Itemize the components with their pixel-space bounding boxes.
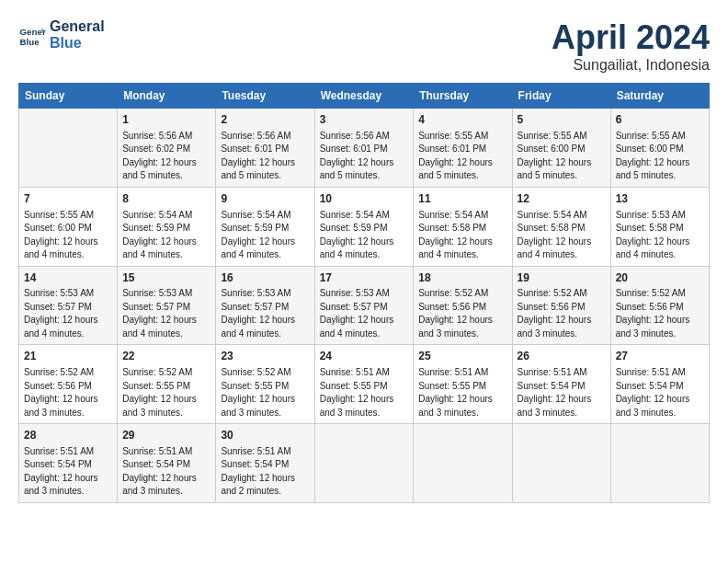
day-info: Sunrise: 5:52 AM Sunset: 5:56 PM Dayligh… <box>616 287 704 340</box>
day-info: Sunrise: 5:51 AM Sunset: 5:55 PM Dayligh… <box>320 366 409 419</box>
col-header-thursday: Thursday <box>414 84 512 109</box>
day-info: Sunrise: 5:51 AM Sunset: 5:54 PM Dayligh… <box>122 445 210 499</box>
day-number: 21 <box>24 349 112 364</box>
calendar-cell: 30Sunrise: 5:51 AM Sunset: 5:54 PM Dayli… <box>216 424 314 503</box>
location-subtitle: Sungailiat, Indonesia <box>552 57 710 74</box>
calendar-cell: 24Sunrise: 5:51 AM Sunset: 5:55 PM Dayli… <box>314 345 414 424</box>
calendar-cell: 7Sunrise: 5:55 AM Sunset: 6:00 PM Daylig… <box>19 187 118 266</box>
day-number: 6 <box>616 112 704 128</box>
day-info: Sunrise: 5:56 AM Sunset: 6:01 PM Dayligh… <box>320 130 409 183</box>
day-number: 22 <box>122 349 210 364</box>
day-number: 20 <box>616 270 704 286</box>
calendar-cell: 2Sunrise: 5:56 AM Sunset: 6:01 PM Daylig… <box>216 109 314 188</box>
day-number: 25 <box>418 349 506 364</box>
day-number: 29 <box>122 428 210 443</box>
day-number: 10 <box>320 191 409 207</box>
day-number: 19 <box>518 270 606 286</box>
calendar-cell: 11Sunrise: 5:54 AM Sunset: 5:58 PM Dayli… <box>414 187 512 266</box>
day-number: 26 <box>518 349 606 364</box>
logo-line2: Blue <box>50 35 105 52</box>
week-row-5: 28Sunrise: 5:51 AM Sunset: 5:54 PM Dayli… <box>19 424 710 503</box>
week-row-3: 14Sunrise: 5:53 AM Sunset: 5:57 PM Dayli… <box>19 266 710 345</box>
svg-text:Blue: Blue <box>20 36 40 46</box>
calendar-cell: 19Sunrise: 5:52 AM Sunset: 5:56 PM Dayli… <box>512 266 610 345</box>
col-header-sunday: Sunday <box>19 84 118 109</box>
calendar-cell: 21Sunrise: 5:52 AM Sunset: 5:56 PM Dayli… <box>19 345 118 424</box>
calendar-cell: 17Sunrise: 5:53 AM Sunset: 5:57 PM Dayli… <box>314 266 414 345</box>
day-info: Sunrise: 5:51 AM Sunset: 5:54 PM Dayligh… <box>616 366 704 419</box>
calendar-cell: 26Sunrise: 5:51 AM Sunset: 5:54 PM Dayli… <box>512 345 610 424</box>
day-info: Sunrise: 5:52 AM Sunset: 5:56 PM Dayligh… <box>24 366 112 419</box>
day-info: Sunrise: 5:53 AM Sunset: 5:58 PM Dayligh… <box>616 209 704 262</box>
day-info: Sunrise: 5:54 AM Sunset: 5:58 PM Dayligh… <box>518 209 606 262</box>
col-header-saturday: Saturday <box>610 84 709 109</box>
day-info: Sunrise: 5:53 AM Sunset: 5:57 PM Dayligh… <box>24 287 112 340</box>
logo-icon: General Blue <box>18 21 46 49</box>
day-number: 4 <box>418 112 506 128</box>
day-info: Sunrise: 5:56 AM Sunset: 6:02 PM Dayligh… <box>122 130 210 183</box>
calendar-cell <box>19 109 118 188</box>
day-info: Sunrise: 5:55 AM Sunset: 6:00 PM Dayligh… <box>616 130 704 183</box>
day-number: 15 <box>122 270 210 286</box>
calendar-cell: 16Sunrise: 5:53 AM Sunset: 5:57 PM Dayli… <box>216 266 314 345</box>
day-number: 3 <box>320 112 409 128</box>
day-number: 14 <box>24 270 112 286</box>
col-header-friday: Friday <box>512 84 610 109</box>
day-info: Sunrise: 5:55 AM Sunset: 6:00 PM Dayligh… <box>24 209 112 262</box>
day-number: 5 <box>518 112 606 128</box>
day-number: 27 <box>616 349 704 364</box>
day-info: Sunrise: 5:51 AM Sunset: 5:54 PM Dayligh… <box>24 445 112 499</box>
calendar-header-row: SundayMondayTuesdayWednesdayThursdayFrid… <box>19 84 710 109</box>
calendar-cell: 15Sunrise: 5:53 AM Sunset: 5:57 PM Dayli… <box>118 266 216 345</box>
week-row-4: 21Sunrise: 5:52 AM Sunset: 5:56 PM Dayli… <box>19 345 710 424</box>
day-info: Sunrise: 5:52 AM Sunset: 5:55 PM Dayligh… <box>122 366 210 419</box>
col-header-monday: Monday <box>118 84 216 109</box>
day-info: Sunrise: 5:52 AM Sunset: 5:56 PM Dayligh… <box>418 287 506 340</box>
day-number: 8 <box>122 191 210 207</box>
calendar-cell <box>414 424 512 503</box>
day-info: Sunrise: 5:51 AM Sunset: 5:55 PM Dayligh… <box>418 366 506 419</box>
calendar-cell: 29Sunrise: 5:51 AM Sunset: 5:54 PM Dayli… <box>118 424 216 503</box>
month-title: April 2024 <box>552 18 710 57</box>
day-info: Sunrise: 5:53 AM Sunset: 5:57 PM Dayligh… <box>122 287 210 340</box>
calendar-cell: 27Sunrise: 5:51 AM Sunset: 5:54 PM Dayli… <box>610 345 709 424</box>
col-header-tuesday: Tuesday <box>216 84 314 109</box>
calendar-cell: 28Sunrise: 5:51 AM Sunset: 5:54 PM Dayli… <box>19 424 118 503</box>
day-number: 16 <box>221 270 309 286</box>
calendar-cell: 10Sunrise: 5:54 AM Sunset: 5:59 PM Dayli… <box>314 187 414 266</box>
logo: General Blue General Blue <box>18 18 105 51</box>
day-number: 17 <box>320 270 409 286</box>
week-row-1: 1Sunrise: 5:56 AM Sunset: 6:02 PM Daylig… <box>19 109 710 188</box>
calendar-table: SundayMondayTuesdayWednesdayThursdayFrid… <box>18 83 710 503</box>
day-number: 12 <box>518 191 606 207</box>
day-number: 9 <box>221 191 309 207</box>
svg-text:General: General <box>20 27 47 37</box>
calendar-cell <box>314 424 414 503</box>
calendar-cell: 9Sunrise: 5:54 AM Sunset: 5:59 PM Daylig… <box>216 187 314 266</box>
calendar-cell: 8Sunrise: 5:54 AM Sunset: 5:59 PM Daylig… <box>118 187 216 266</box>
calendar-cell: 23Sunrise: 5:52 AM Sunset: 5:55 PM Dayli… <box>216 345 314 424</box>
day-info: Sunrise: 5:51 AM Sunset: 5:54 PM Dayligh… <box>518 366 606 419</box>
day-info: Sunrise: 5:54 AM Sunset: 5:59 PM Dayligh… <box>320 209 409 262</box>
page-header: General Blue General Blue April 2024 Sun… <box>18 18 710 74</box>
calendar-cell <box>512 424 610 503</box>
calendar-cell: 18Sunrise: 5:52 AM Sunset: 5:56 PM Dayli… <box>414 266 512 345</box>
day-number: 24 <box>320 349 409 364</box>
title-block: April 2024 Sungailiat, Indonesia <box>552 18 710 74</box>
calendar-cell: 1Sunrise: 5:56 AM Sunset: 6:02 PM Daylig… <box>118 109 216 188</box>
day-number: 28 <box>24 428 112 443</box>
calendar-cell: 14Sunrise: 5:53 AM Sunset: 5:57 PM Dayli… <box>19 266 118 345</box>
day-info: Sunrise: 5:52 AM Sunset: 5:55 PM Dayligh… <box>221 366 309 419</box>
day-info: Sunrise: 5:55 AM Sunset: 6:01 PM Dayligh… <box>418 130 506 183</box>
day-number: 11 <box>418 191 506 207</box>
calendar-cell <box>610 424 709 503</box>
calendar-cell: 22Sunrise: 5:52 AM Sunset: 5:55 PM Dayli… <box>118 345 216 424</box>
calendar-cell: 4Sunrise: 5:55 AM Sunset: 6:01 PM Daylig… <box>414 109 512 188</box>
day-info: Sunrise: 5:55 AM Sunset: 6:00 PM Dayligh… <box>518 130 606 183</box>
calendar-cell: 5Sunrise: 5:55 AM Sunset: 6:00 PM Daylig… <box>512 109 610 188</box>
calendar-cell: 3Sunrise: 5:56 AM Sunset: 6:01 PM Daylig… <box>314 109 414 188</box>
day-info: Sunrise: 5:54 AM Sunset: 5:58 PM Dayligh… <box>418 209 506 262</box>
day-info: Sunrise: 5:51 AM Sunset: 5:54 PM Dayligh… <box>221 445 309 499</box>
day-number: 1 <box>122 112 210 128</box>
calendar-cell: 20Sunrise: 5:52 AM Sunset: 5:56 PM Dayli… <box>610 266 709 345</box>
